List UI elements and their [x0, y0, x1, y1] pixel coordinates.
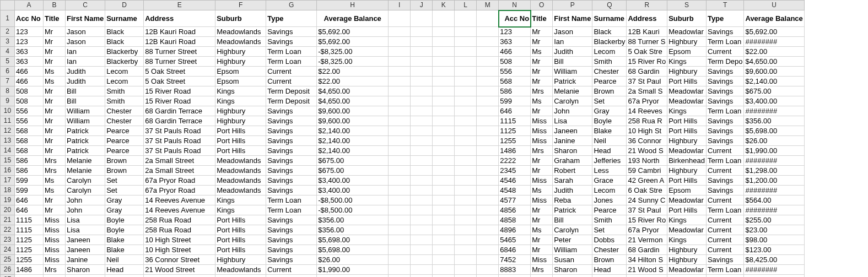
cell-H3[interactable]: $5,692.00 — [317, 37, 389, 47]
cell-H9[interactable]: $4,650.00 — [317, 96, 389, 106]
cell-C8[interactable]: Bill — [66, 86, 105, 96]
cell-F13[interactable]: Port Hills — [215, 136, 266, 146]
cell-D21[interactable]: Boyle — [105, 215, 144, 225]
cell-Q8[interactable]: Brown — [592, 86, 627, 96]
cell-U18[interactable]: ######## — [744, 186, 804, 195]
cell-T12[interactable]: Savings — [706, 126, 744, 136]
cell-R19[interactable]: 24 Sunny C — [627, 195, 667, 205]
cell-C21[interactable]: Lisa — [66, 215, 105, 225]
cell-H25[interactable]: $26.00 — [317, 255, 389, 265]
cell-D23[interactable]: Blake — [105, 235, 144, 245]
cell-R10[interactable]: 14 Reeves — [627, 106, 667, 116]
col-header-T[interactable]: T — [706, 1, 744, 10]
cell-B15[interactable]: Mrs — [44, 156, 66, 166]
cell-M10[interactable] — [477, 106, 499, 116]
cell-C15[interactable]: Melanie — [66, 156, 105, 166]
row-header-5[interactable]: 5 — [1, 57, 15, 67]
cell-A7[interactable]: 466 — [15, 77, 44, 86]
cell-L15[interactable] — [455, 156, 477, 166]
cell-A8[interactable]: 508 — [15, 86, 44, 96]
cell-F6[interactable]: Epsom — [215, 67, 266, 77]
cell-F14[interactable]: Port Hills — [215, 146, 266, 156]
cell-L14[interactable] — [455, 146, 477, 156]
cell-J25[interactable] — [411, 255, 433, 265]
col-header-J[interactable]: J — [411, 1, 433, 10]
cell-C3[interactable]: Jason — [66, 37, 105, 47]
cell-G27[interactable]: Term Loan — [266, 275, 317, 278]
cell-E1[interactable]: Address — [144, 10, 215, 27]
cell-K3[interactable] — [433, 37, 455, 47]
col-header-R[interactable]: R — [627, 1, 667, 10]
cell-S10[interactable]: Kings — [667, 106, 707, 116]
cell-U11[interactable]: $356.00 — [744, 116, 804, 126]
cell-A9[interactable]: 508 — [15, 96, 44, 106]
cell-S13[interactable]: Highbury — [667, 136, 707, 146]
cell-D13[interactable]: Pearce — [105, 136, 144, 146]
cell-K10[interactable] — [433, 106, 455, 116]
cell-U24[interactable]: $123.00 — [744, 245, 804, 255]
cell-G21[interactable]: Savings — [266, 215, 317, 225]
cell-C6[interactable]: Judith — [66, 67, 105, 77]
cell-M4[interactable] — [477, 47, 499, 57]
cell-R15[interactable]: 193 North — [627, 156, 667, 166]
cell-A3[interactable]: 123 — [15, 37, 44, 47]
cell-I13[interactable] — [389, 136, 411, 146]
cell-B12[interactable]: Mr — [44, 126, 66, 136]
cell-K12[interactable] — [433, 126, 455, 136]
cell-G3[interactable]: Savings — [266, 37, 317, 47]
cell-U21[interactable]: $255.00 — [744, 215, 804, 225]
cell-P27[interactable]: Melanie — [553, 275, 592, 278]
cell-C25[interactable]: Janine — [66, 255, 105, 265]
cell-E26[interactable]: 21 Wood Street — [144, 265, 215, 275]
cell-E17[interactable]: 67a Pryor Road — [144, 176, 215, 186]
row-header-20[interactable]: 20 — [1, 205, 15, 215]
cell-O16[interactable]: Mr — [531, 166, 553, 176]
cell-I8[interactable] — [389, 86, 411, 96]
col-header-I[interactable]: I — [389, 1, 411, 10]
cell-F11[interactable]: Highbury — [215, 116, 266, 126]
cell-B4[interactable]: Mr — [44, 47, 66, 57]
cell-L22[interactable] — [455, 225, 477, 235]
cell-C9[interactable]: Bill — [66, 96, 105, 106]
cell-R9[interactable]: 67a Pryor — [627, 96, 667, 106]
cell-G11[interactable]: Savings — [266, 116, 317, 126]
cell-J15[interactable] — [411, 156, 433, 166]
cell-K7[interactable] — [433, 77, 455, 86]
cell-O25[interactable]: Miss — [531, 255, 553, 265]
cell-P12[interactable]: Janeen — [553, 126, 592, 136]
cell-B25[interactable]: Miss — [44, 255, 66, 265]
cell-K26[interactable] — [433, 265, 455, 275]
cell-D20[interactable]: Gray — [105, 205, 144, 215]
cell-K14[interactable] — [433, 146, 455, 156]
cell-H27[interactable]: -$1,456.00 — [317, 275, 389, 278]
cell-O11[interactable]: Miss — [531, 116, 553, 126]
cell-A25[interactable]: 1255 — [15, 255, 44, 265]
cell-O5[interactable]: Mr — [531, 57, 553, 67]
cell-H22[interactable]: $356.00 — [317, 225, 389, 235]
cell-I20[interactable] — [389, 205, 411, 215]
cell-P22[interactable]: Carolyn — [553, 225, 592, 235]
cell-O27[interactable]: Mrs — [531, 275, 553, 278]
cell-O3[interactable]: Mr — [531, 37, 553, 47]
cell-B17[interactable]: Ms — [44, 176, 66, 186]
cell-G9[interactable]: Term Deposit — [266, 96, 317, 106]
cell-S26[interactable]: Meadowlar — [667, 265, 707, 275]
cell-H24[interactable]: $5,698.00 — [317, 245, 389, 255]
cell-N23[interactable]: 5465 — [499, 235, 531, 245]
cell-J4[interactable] — [411, 47, 433, 57]
cell-C19[interactable]: John — [66, 195, 105, 205]
cell-E27[interactable]: 193 North Road — [144, 275, 215, 278]
cell-H21[interactable]: $356.00 — [317, 215, 389, 225]
cell-L7[interactable] — [455, 77, 477, 86]
cell-F8[interactable]: Kings — [215, 86, 266, 96]
cell-T14[interactable]: Current — [706, 146, 744, 156]
cell-K18[interactable] — [433, 186, 455, 195]
cell-C23[interactable]: Janeen — [66, 235, 105, 245]
cell-E11[interactable]: 68 Gardin Terrace — [144, 116, 215, 126]
cell-L18[interactable] — [455, 186, 477, 195]
cell-P16[interactable]: Robert — [553, 166, 592, 176]
cell-H2[interactable]: $5,692.00 — [317, 27, 389, 37]
cell-U2[interactable]: $5,692.00 — [744, 27, 804, 37]
cell-U8[interactable]: $675.00 — [744, 86, 804, 96]
col-header-A[interactable]: A — [15, 1, 44, 10]
